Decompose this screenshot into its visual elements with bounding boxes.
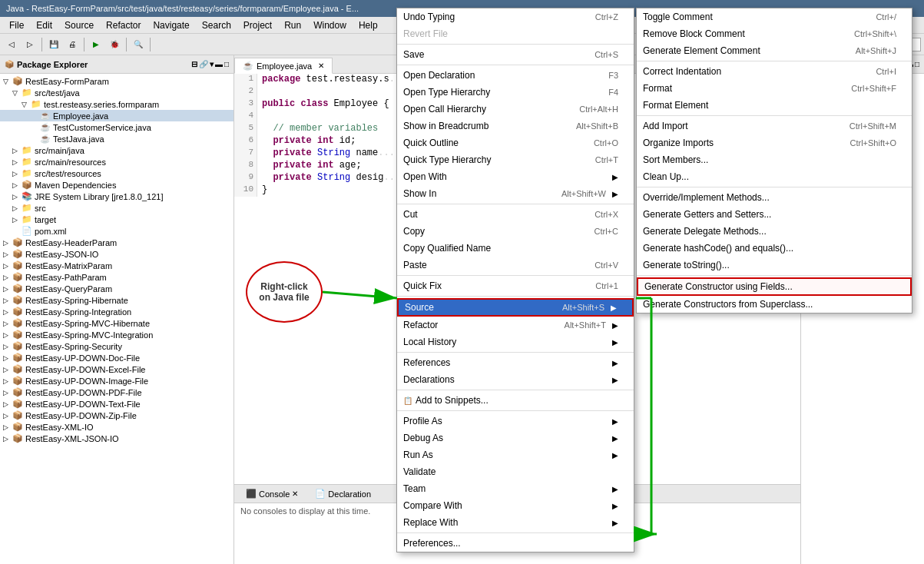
main-context-menu[interactable]: Undo Typing Ctrl+Z Revert File Save Ctrl… [396, 8, 634, 552]
tree-item-src-test-res[interactable]: ▷ 📁 src/test/resources [0, 168, 233, 179]
menu-project[interactable]: Project [237, 18, 278, 32]
tree-item-src-main-java[interactable]: ▷ 📁 src/main/java [0, 144, 233, 156]
tree-item-up-down-excel[interactable]: ▷ 📦 RestEasy-UP-DOWN-Excel-File [0, 363, 233, 375]
tree-item-xml-io[interactable]: ▷ 📦 RestEasy-XML-IO [0, 421, 233, 433]
ctx-show-in[interactable]: Show In Alt+Shift+W ▶ [397, 185, 634, 202]
ctx-revert-file[interactable]: Revert File [397, 25, 634, 42]
ctx2-toggle-comment[interactable]: Toggle Comment Ctrl+/ [637, 8, 912, 25]
toolbar-save-btn[interactable]: 💾 [45, 36, 62, 53]
tree-item-spring-hibernate[interactable]: ▷ 📦 RestEasy-Spring-Hibernate [0, 294, 233, 306]
ctx-validate[interactable]: Validate [397, 463, 634, 480]
ctx-open-type-hierarchy[interactable]: Open Type Hierarchy F4 [397, 84, 634, 101]
menu-navigate[interactable]: Navigate [147, 18, 195, 32]
ctx2-clean-up[interactable]: Clean Up... [637, 168, 912, 185]
tree-item-up-down-text[interactable]: ▷ 📦 RestEasy-UP-DOWN-Text-File [0, 398, 233, 410]
ctx-run-as[interactable]: Run As ▶ [397, 446, 634, 463]
ctx-quick-fix[interactable]: Quick Fix Ctrl+1 [397, 277, 634, 294]
view-menu-icon[interactable]: ▾ [210, 60, 214, 68]
tree-item-json-io[interactable]: ▷ 📦 RestEasy-JSON-IO [0, 248, 233, 260]
ctx-local-history[interactable]: Local History ▶ [397, 333, 634, 350]
collapse-all-icon[interactable]: ⊟ [191, 60, 197, 68]
tree-item-maven-deps[interactable]: ▷ 📦 Maven Dependencies [0, 179, 233, 191]
ctx-source[interactable]: Source Alt+Shift+S ▶ [397, 298, 634, 317]
menu-source[interactable]: Source [58, 18, 100, 32]
ctx-save[interactable]: Save Ctrl+S [397, 46, 634, 63]
ctx2-generate-constructor-fields[interactable]: Generate Constructor using Fields... [637, 277, 912, 296]
ctx2-remove-block-comment[interactable]: Remove Block Comment Ctrl+Shift+\ [637, 25, 912, 42]
tree-item-up-down-doc[interactable]: ▷ 📦 RestEasy-UP-DOWN-Doc-File [0, 352, 233, 363]
source-submenu[interactable]: Toggle Comment Ctrl+/ Remove Block Comme… [636, 8, 912, 314]
console-tab[interactable]: ⬛ Console ✕ [237, 486, 306, 501]
toolbar-print-btn[interactable]: 🖨 [64, 36, 81, 53]
ctx-references[interactable]: References ▶ [397, 354, 634, 371]
maximize-outline-icon[interactable]: □ [915, 60, 919, 68]
tree-item-employee[interactable]: ☕ Employee.java [0, 110, 233, 121]
ctx-profile-as[interactable]: Profile As ▶ [397, 413, 634, 430]
tree-item-up-down-zip[interactable]: ▷ 📦 RestEasy-UP-DOWN-Zip-File [0, 410, 233, 421]
menu-search[interactable]: Search [196, 18, 237, 32]
ctx2-sort-members[interactable]: Sort Members... [637, 151, 912, 168]
link-with-editor-icon[interactable]: 🔗 [199, 60, 208, 68]
menu-help[interactable]: Help [353, 18, 384, 32]
tree-item-src-main-res[interactable]: ▷ 📁 src/main/resources [0, 156, 233, 168]
ctx2-generate-delegate-methods[interactable]: Generate Delegate Methods... [637, 223, 912, 240]
ctx2-organize-imports[interactable]: Organize Imports Ctrl+Shift+O [637, 134, 912, 151]
tree-item-resteasy-formparam[interactable]: ▽ 📦 RestEasy-FormParam [0, 75, 233, 87]
ctx2-override-implement[interactable]: Override/Implement Methods... [637, 189, 912, 206]
ctx2-generate-hashcode-equals[interactable]: Generate hashCode() and equals()... [637, 240, 912, 257]
menu-edit[interactable]: Edit [30, 18, 58, 32]
toolbar-run-btn[interactable]: ▶ [88, 36, 104, 53]
tree-item-spring-mvc-hibernate[interactable]: ▷ 📦 RestEasy-Spring-MVC-Hibernate [0, 317, 233, 329]
ctx-paste[interactable]: Paste Ctrl+V [397, 257, 634, 274]
tree-item-xml-json-io[interactable]: ▷ 📦 RestEasy-XML-JSON-IO [0, 433, 233, 444]
ctx-cut[interactable]: Cut Ctrl+X [397, 206, 634, 223]
tree-item-target[interactable]: ▷ 📁 target [0, 214, 233, 225]
ctx-compare-with[interactable]: Compare With ▶ [397, 497, 634, 514]
tree-item-testjava[interactable]: ☕ TestJava.java [0, 133, 233, 144]
tree-item-spring-security[interactable]: ▷ 📦 RestEasy-Spring-Security [0, 340, 233, 352]
tree-item-up-down-pdf[interactable]: ▷ 📦 RestEasy-UP-DOWN-PDF-File [0, 387, 233, 398]
menu-refactor[interactable]: Refactor [100, 18, 147, 32]
ctx-quick-outline[interactable]: Quick Outline Ctrl+O [397, 134, 634, 151]
tree-item-up-down-image[interactable]: ▷ 📦 RestEasy-UP-DOWN-Image-File [0, 375, 233, 387]
tree-item-src-test-java[interactable]: ▽ 📁 src/test/java [0, 87, 233, 98]
ctx-copy[interactable]: Copy Ctrl+C [397, 223, 634, 240]
ctx-open-declaration[interactable]: Open Declaration F3 [397, 67, 634, 84]
ctx2-correct-indentation[interactable]: Correct Indentation Ctrl+I [637, 63, 912, 80]
ctx2-generate-tostring[interactable]: Generate toString()... [637, 257, 912, 274]
tree-item-queryparam[interactable]: ▷ 📦 RestEasy-QueryParam [0, 283, 233, 294]
ctx2-add-import[interactable]: Add Import Ctrl+Shift+M [637, 118, 912, 134]
close-tab-icon[interactable]: ✕ [318, 61, 324, 70]
ctx-debug-as[interactable]: Debug As ▶ [397, 430, 634, 446]
maximize-icon[interactable]: □ [224, 60, 229, 68]
toolbar-forward-btn[interactable]: ▷ [22, 36, 38, 53]
ctx-refactor[interactable]: Refactor Alt+Shift+T ▶ [397, 317, 634, 333]
menu-window[interactable]: Window [307, 18, 353, 32]
ctx-declarations[interactable]: Declarations ▶ [397, 371, 634, 388]
tree-item-headerparam[interactable]: ▷ 📦 RestEasy-HeaderParam [0, 237, 233, 248]
menu-run[interactable]: Run [278, 18, 307, 32]
toolbar-debug-btn[interactable]: 🐞 [106, 36, 123, 53]
tree-item-package[interactable]: ▽ 📁 test.resteasy.series.formparam [0, 98, 233, 110]
editor-tab-employee[interactable]: ☕ Employee.java ✕ [234, 58, 333, 74]
close-console-icon[interactable]: ✕ [292, 489, 298, 498]
ctx-quick-type-hierarchy[interactable]: Quick Type Hierarchy Ctrl+T [397, 151, 634, 168]
ctx-open-call-hierarchy[interactable]: Open Call Hierarchy Ctrl+Alt+H [397, 101, 634, 118]
tree-item-src[interactable]: ▷ 📁 src [0, 202, 233, 214]
tree-item-pom[interactable]: 📄 pom.xml [0, 225, 233, 237]
tree-item-matrixparam[interactable]: ▷ 📦 RestEasy-MatrixParam [0, 260, 233, 271]
minimize-icon[interactable]: ▬ [215, 60, 223, 68]
ctx-add-to-snippets[interactable]: 📋 Add to Snippets... [397, 392, 634, 409]
ctx-team[interactable]: Team ▶ [397, 480, 634, 497]
tree-item-jre[interactable]: ▷ 📚 JRE System Library [jre1.8.0_121] [0, 191, 233, 202]
ctx-undo-typing[interactable]: Undo Typing Ctrl+Z [397, 8, 634, 25]
ctx-copy-qualified-name[interactable]: Copy Qualified Name [397, 240, 634, 257]
toolbar-back-btn[interactable]: ◁ [3, 36, 20, 53]
ctx2-generate-element-comment[interactable]: Generate Element Comment Alt+Shift+J [637, 42, 912, 59]
tree-item-pathparam[interactable]: ▷ 📦 RestEasy-PathParam [0, 271, 233, 283]
ctx2-format[interactable]: Format Ctrl+Shift+F [637, 80, 912, 97]
ctx2-generate-getters-setters[interactable]: Generate Getters and Setters... [637, 206, 912, 223]
ctx2-format-element[interactable]: Format Element [637, 97, 912, 114]
ctx-open-with[interactable]: Open With ▶ [397, 168, 634, 185]
tree-item-spring-integration[interactable]: ▷ 📦 RestEasy-Spring-Integration [0, 306, 233, 317]
